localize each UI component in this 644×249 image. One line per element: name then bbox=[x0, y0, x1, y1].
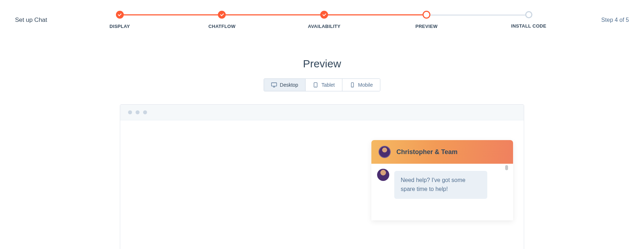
step-chatflow[interactable]: CHATFLOW bbox=[171, 11, 273, 29]
step-dot-future bbox=[525, 11, 532, 18]
mobile-icon bbox=[350, 82, 355, 87]
step-label: DISPLAY bbox=[109, 24, 130, 29]
chat-widget: Christopher & Team Need help? I've got s… bbox=[371, 140, 513, 220]
device-label: Desktop bbox=[280, 82, 298, 88]
window-dot-icon bbox=[136, 110, 140, 114]
svg-point-4 bbox=[316, 86, 316, 87]
check-icon bbox=[116, 11, 124, 19]
device-mobile-button[interactable]: Mobile bbox=[342, 79, 380, 91]
page-title: Set up Chat bbox=[15, 16, 47, 24]
step-display[interactable]: DISPLAY bbox=[69, 11, 171, 29]
check-icon bbox=[320, 11, 328, 19]
svg-rect-0 bbox=[272, 83, 277, 86]
step-label: CHATFLOW bbox=[209, 24, 236, 29]
browser-chrome bbox=[120, 105, 524, 120]
chat-widget-body: Need help? I've got some spare time to h… bbox=[371, 164, 513, 220]
tablet-icon bbox=[313, 82, 318, 87]
window-dot-icon bbox=[128, 110, 132, 114]
scrollbar-thumb[interactable] bbox=[505, 165, 508, 170]
chat-message-bubble: Need help? I've got some spare time to h… bbox=[394, 171, 487, 199]
device-toggle-group: Desktop Tablet Mobile bbox=[264, 78, 380, 91]
check-icon bbox=[218, 11, 226, 19]
step-label: INSTALL CODE bbox=[511, 23, 546, 29]
preview-section: Preview Desktop Tablet Mobile bbox=[0, 58, 644, 249]
step-counter: Step 4 of 5 bbox=[601, 17, 629, 23]
device-tablet-button[interactable]: Tablet bbox=[306, 79, 342, 91]
header-bar: Set up Chat DISPLAY CHATFLOW AVAILABILIT… bbox=[0, 0, 644, 36]
device-desktop-button[interactable]: Desktop bbox=[264, 79, 306, 91]
step-label: AVAILABILITY bbox=[308, 24, 341, 29]
step-availability[interactable]: AVAILABILITY bbox=[273, 11, 375, 29]
avatar bbox=[379, 146, 391, 158]
step-install-code[interactable]: INSTALL CODE bbox=[478, 11, 580, 29]
svg-point-6 bbox=[352, 86, 352, 87]
chat-message-row: Need help? I've got some spare time to h… bbox=[377, 169, 503, 199]
browser-body: Christopher & Team Need help? I've got s… bbox=[120, 120, 524, 249]
desktop-icon bbox=[271, 82, 277, 87]
chat-widget-header: Christopher & Team bbox=[371, 140, 513, 164]
preview-title: Preview bbox=[303, 58, 341, 70]
device-label: Mobile bbox=[358, 82, 373, 88]
step-preview[interactable]: PREVIEW bbox=[375, 11, 478, 29]
step-label: PREVIEW bbox=[415, 24, 438, 29]
progress-stepper: DISPLAY CHATFLOW AVAILABILITY PREVIEW IN… bbox=[69, 11, 580, 29]
avatar bbox=[377, 169, 389, 181]
chat-header-title: Christopher & Team bbox=[396, 148, 458, 156]
window-dot-icon bbox=[143, 110, 147, 114]
browser-preview-frame: Christopher & Team Need help? I've got s… bbox=[120, 104, 524, 249]
device-label: Tablet bbox=[321, 82, 335, 88]
step-dot-current bbox=[423, 11, 430, 19]
